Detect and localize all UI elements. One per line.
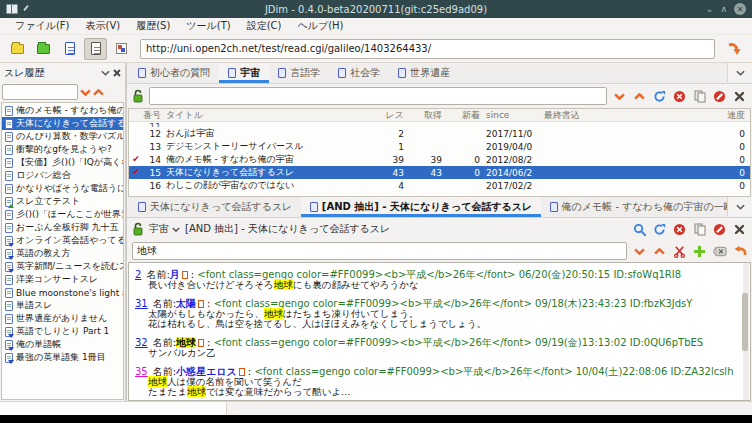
board-tab[interactable]: 世界遺産 [389,63,459,83]
copy-icon[interactable] [692,89,707,104]
thread-tab[interactable]: [AND 抽出] - 天体になりきって会話するスレ [301,197,541,217]
sidebar-thread-item[interactable]: 洋楽コンサートスレ [2,273,123,286]
chevron-up-icon[interactable] [652,244,667,259]
thread-tab[interactable]: 天体になりきって会話するスレ [129,197,301,217]
stop-icon[interactable] [672,222,687,237]
menu-item[interactable]: ファイル(F) [8,18,77,34]
sidebar-thread-item[interactable]: 単語スレ [2,299,123,312]
message-view[interactable]: 2名前:月: <font class=gengo color=#FF0099><… [128,262,751,401]
sidebar-thread-item[interactable]: 【安価】彡()()「IQが高くない [2,156,123,169]
chevron-down-icon[interactable] [632,244,647,259]
sidebar-thread-item[interactable]: かなりやばそうな電話うには [2,182,123,195]
close-x-icon[interactable] [732,89,747,104]
menu-item[interactable]: ツール(T) [179,18,237,34]
search-next-icon[interactable] [80,89,91,96]
post-number-link[interactable]: 35 [135,366,148,377]
sidebar-thread-item[interactable]: 俺のメモ帳 - すなわち俺の [2,104,123,117]
sidebar-thread-item[interactable]: 衝撃的なgfを見ようや? [2,143,123,156]
thread-tab[interactable]: 俺のメモ帳 - すなわち俺の宇宙の一断片 [541,197,752,217]
sidebar-item-label: 【安価】彡()()「IQが高くない [16,156,123,169]
sidebar-thread-item[interactable]: 最強の英単語集 1冊目 [2,351,123,364]
board-filter-input[interactable] [149,87,607,105]
scrollbar-thumb[interactable] [742,293,748,351]
sidebar-thread-item[interactable]: ロジバン総合 [2,169,123,182]
thread-row[interactable]: 13デジモンストーリーサイバースル12019/04/00 [129,140,750,153]
open-favorites-button[interactable] [32,38,55,60]
block-icon[interactable] [712,89,727,104]
board-tab-overflow-button[interactable] [727,63,752,82]
sidebar-thread-item[interactable]: 俺の単語帳 [2,338,123,351]
col-res[interactable]: レス [374,109,404,122]
col-since[interactable]: since [480,110,540,120]
refresh-icon[interactable] [652,222,667,237]
menu-item[interactable]: 履歴(S) [129,18,177,34]
search-prev-icon[interactable] [93,89,104,96]
search-icon[interactable] [632,222,647,237]
lock-icon[interactable] [132,89,144,103]
sidebar-thread-item[interactable]: 世界遺産がありません [2,312,123,325]
extract-search-input[interactable] [132,242,627,260]
sidebar-thread-item[interactable]: 英字新聞/ニュースを読むス [2,260,123,273]
undo-icon[interactable] [732,244,747,259]
board-tab[interactable]: 宇宙 [219,63,269,83]
thread-row[interactable]: ✔15天体になりきって会話するスレ434302014/06/20 [129,166,750,179]
copy-icon[interactable] [692,222,707,237]
open-board-list-button[interactable] [6,38,29,60]
post-number-link[interactable]: 31 [135,298,148,309]
sidebar-thread-item[interactable]: オンライン英会話やってる [2,234,123,247]
clear-icon[interactable] [712,244,727,259]
sidebar-thread-item[interactable]: スレ立てテスト [2,195,123,208]
lock-icon[interactable] [132,222,144,236]
chevron-down-icon[interactable] [101,70,110,76]
board-tab[interactable]: 言語学 [269,63,329,83]
post-number-link[interactable]: 32 [135,337,148,348]
chevron-down-icon[interactable] [612,89,627,104]
post-number-link[interactable]: 2 [135,269,141,280]
board-view-button[interactable] [58,38,81,60]
sidebar-thread-item[interactable]: 天体になりきって会話する [2,117,123,130]
thread-view-button[interactable] [84,38,107,60]
board-select[interactable]: 宇宙 [149,222,180,236]
menu-item[interactable]: 設定(C) [240,18,289,34]
col-title[interactable]: タイトル [161,109,374,122]
maximize-icon[interactable]: ∧ [720,5,727,14]
row-number: 12 [143,129,161,139]
sidebar-thread-item[interactable]: 英語の教え方 [2,247,123,260]
message-scrollbar[interactable] [743,263,749,400]
refresh-icon[interactable] [652,89,667,104]
stop-icon[interactable] [672,89,687,104]
thread-row[interactable]: ✔14俺のメモ帳 - すなわち俺の宇宙393902012/08/20 [129,153,750,166]
minimize-icon[interactable]: ⌄ [706,5,714,14]
url-input[interactable] [140,39,715,59]
col-speed[interactable]: 速度 [670,109,750,122]
thread-row[interactable]: 12おんjは宇宙22017/11/00 [129,127,750,140]
image-view-button[interactable] [110,38,133,60]
block-icon[interactable] [712,222,727,237]
col-last[interactable]: 最終書込 [540,109,670,122]
sidebar-thread-item[interactable]: 彡()()「ほーんここが世界遺 [2,208,123,221]
col-got[interactable]: 取得 [404,109,442,122]
col-new[interactable]: 新着 [442,109,480,122]
sidebar-close-icon[interactable] [113,69,121,77]
close-icon[interactable]: ✕ [734,3,746,15]
chevron-up-icon[interactable] [632,89,647,104]
scissors-icon[interactable] [672,244,687,259]
close-x-icon[interactable] [732,222,747,237]
row-got: 43 [404,168,442,178]
sidebar-search-input[interactable] [2,84,78,100]
sidebar-thread-item[interactable]: Blue moonstone's light an [2,286,123,299]
plus-icon[interactable] [692,244,707,259]
sidebar-thread-item[interactable]: おーぷん全板行脚 九十五 [2,221,123,234]
menu-item[interactable]: 表示(V) [79,18,128,34]
menu-item[interactable]: ヘルプ(H) [291,18,351,34]
col-number[interactable]: 番号 [143,109,161,122]
thread-tab-overflow-button[interactable] [727,197,752,216]
sidebar-thread-item[interactable]: 英語でしりとり Part 1 [2,325,123,338]
post-date-id: <font class=gengo color=#FF0099><b>平成</b… [214,337,703,348]
board-tab[interactable]: 初心者の質問 [129,63,219,83]
sidebar-thread-item[interactable]: のんびり算数・数学パズル [2,130,123,143]
thread-doc-icon [5,171,13,181]
board-tab[interactable]: 社会学 [329,63,389,83]
thread-row[interactable]: 16わしこの顔が宇宙なのではない42017/02/20 [129,179,750,192]
go-arrow-icon[interactable] [722,38,746,60]
